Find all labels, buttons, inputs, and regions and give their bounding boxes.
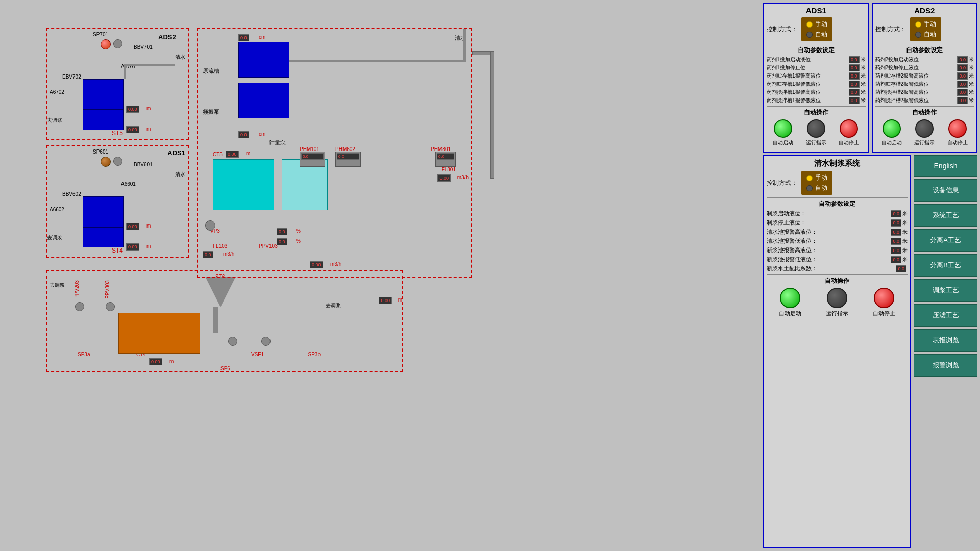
- ads2-param-2: 药剂贮存槽2报警高液位 0.0 米: [875, 72, 974, 80]
- ads1-auto-radio[interactable]: 自动: [806, 30, 827, 39]
- ads1-title: ADS1: [767, 6, 866, 15]
- btn-sep-a[interactable]: 分离A工艺: [914, 229, 977, 252]
- water-param-2-unit: 米: [902, 229, 908, 236]
- ebv601-label: BBV601: [134, 162, 153, 167]
- bottom-row: 清水制浆系统 控制方式： 手动 自动 自动参: [763, 155, 977, 548]
- bottom-level: 0.00: [379, 297, 392, 304]
- water-param-2-val: 0.0: [891, 229, 901, 236]
- st4-box: ST4 SP601 BBV601 清水 A6601 BBV602 A6602 0…: [46, 145, 189, 258]
- btn-equipment[interactable]: 设备信息: [914, 179, 977, 202]
- water-start-col: 自动启动: [779, 288, 801, 317]
- water-start-btn[interactable]: [780, 288, 800, 308]
- qu-tiao-jiang-2: 去调浆: [47, 234, 62, 241]
- ads2-start-label: 自动启动: [881, 139, 902, 146]
- water-mode-box[interactable]: 手动 自动: [801, 171, 832, 195]
- st5-level-2: 0.00: [126, 126, 139, 133]
- flow-m3-unit: m3/h: [330, 261, 341, 267]
- fl103-label: FL103: [213, 243, 227, 249]
- top-level-cm2: 0.0: [238, 131, 249, 138]
- yuan-liu-tank-1: [238, 42, 289, 78]
- pump-motor-1[interactable]: [75, 302, 84, 311]
- ads1-param-3-label: 药剂贮存槽1报警低液位: [767, 81, 821, 88]
- pump-motor-2[interactable]: [106, 302, 115, 311]
- water-start-label: 自动启动: [779, 310, 801, 317]
- water-param-4-label: 新浆池报警高液位：: [767, 246, 817, 254]
- water-auto-radio[interactable]: 自动: [806, 184, 827, 192]
- sp601-motor[interactable]: [101, 157, 111, 167]
- ads2-manual-dot: [915, 21, 921, 28]
- ads2-start-btn[interactable]: [883, 119, 901, 138]
- ads1-start-btn[interactable]: [774, 119, 792, 138]
- ads2-stop-label: 自动停止: [947, 139, 968, 146]
- water-param-2-label: 清水池报警高液位：: [767, 228, 817, 236]
- water-title: 清水制浆系统: [767, 159, 908, 168]
- sp6-label: SP6: [220, 366, 230, 371]
- sp701-motor[interactable]: [101, 39, 111, 49]
- btn-report[interactable]: 表报浏览: [914, 329, 977, 352]
- fl801-value: 0.00: [437, 174, 451, 182]
- ads1-param-0-unit: 米: [861, 56, 866, 63]
- st6-funnel: [205, 277, 236, 307]
- ads1-run-btn[interactable]: [807, 119, 825, 138]
- water-param-0: 制浆启动液位： 0.0 米: [767, 210, 908, 217]
- top-cm1: cm: [259, 34, 265, 40]
- btn-sep-b[interactable]: 分离B工艺: [914, 254, 977, 277]
- ads1-param-5-val: 0.0: [849, 97, 860, 104]
- btn-filter[interactable]: 压滤工艺: [914, 304, 977, 327]
- ads1-mode-box[interactable]: 手动 自动: [801, 17, 832, 41]
- flow-m3: 0.00: [310, 261, 323, 268]
- water-control-row: 控制方式： 手动 自动: [767, 171, 908, 195]
- ads1-param-4: 药剂搅拌槽1报警高液位 0.0 米: [767, 89, 866, 96]
- btn-slurry[interactable]: 调浆工艺: [914, 279, 977, 302]
- ads2-auto-dot: [915, 32, 921, 38]
- ads2-manual-label: 手动: [924, 20, 936, 29]
- ads1-param-4-unit: 米: [861, 89, 866, 96]
- pipe-top: [289, 60, 466, 62]
- ads1-param-2-label: 药剂贮存槽1报警高液位: [767, 72, 821, 80]
- ads1-stop-btn[interactable]: [840, 119, 858, 138]
- pipe-v-st5: [124, 64, 126, 79]
- ads2-params-title: 自动参数设定: [875, 44, 974, 55]
- water-param-4: 新浆池报警高液位： 0.0 米: [767, 246, 908, 254]
- ct5-tank-1: [213, 159, 274, 210]
- ads1-run-label: 运行指示: [806, 139, 826, 146]
- ads2-param-0: 药剂2投加启动液位 0.0 米: [875, 56, 974, 63]
- ads1-params-title: 自动参数设定: [767, 44, 866, 55]
- wp3-motor[interactable]: [205, 220, 215, 231]
- st4-tank-1: [83, 196, 124, 227]
- water-run-btn[interactable]: [827, 288, 847, 308]
- water-stop-btn[interactable]: [874, 288, 894, 308]
- ads1-manual-dot: [806, 21, 813, 28]
- right-column: ADS1 控制方式： 手动 自动: [761, 0, 980, 551]
- ads1-param-3-unit: 米: [861, 81, 866, 88]
- ads1-control-row: 控制方式： 手动 自动: [767, 17, 866, 41]
- water-param-1: 制浆停止液位： 0.0 米: [767, 219, 908, 227]
- ads1-manual-label: 手动: [815, 20, 827, 29]
- ads1-control-label: 控制方式：: [767, 25, 797, 34]
- ads1-param-3-val: 0.0: [849, 81, 860, 88]
- ads2-mode-box[interactable]: 手动 自动: [910, 17, 941, 41]
- water-manual-radio[interactable]: 手动: [806, 173, 827, 182]
- btn-alarm[interactable]: 报警浏览: [914, 354, 977, 377]
- ads2-param-2-val: 0.0: [957, 72, 968, 80]
- btn-english[interactable]: English: [914, 155, 977, 177]
- ads2-auto-radio[interactable]: 自动: [915, 30, 936, 39]
- ads1-start-col: 自动启动: [773, 119, 793, 146]
- pipe-h-st5: [124, 64, 175, 66]
- pump-motor-vsf1[interactable]: [261, 337, 271, 346]
- ads2-stop-btn[interactable]: [948, 119, 967, 138]
- side-buttons-column: English 设备信息 系统工艺 分离A工艺 分离B工艺 调浆工艺 压滤工艺 …: [914, 155, 977, 548]
- btn-system[interactable]: 系统工艺: [914, 204, 977, 227]
- ct4-value-box: 0.00: [149, 358, 162, 365]
- pipe-right-v: [463, 29, 466, 62]
- water-param-5-label: 新浆池报警低液位：: [767, 256, 817, 263]
- ads1-manual-radio[interactable]: 手动: [806, 20, 827, 29]
- ads2-run-btn[interactable]: [915, 119, 934, 138]
- bottom-box: SP3a CT4 0.00 m SP3b 去调浆 去调浆 PPV203 PPV3…: [46, 270, 403, 372]
- water-run-col: 运行指示: [826, 288, 848, 317]
- water-manual-label: 手动: [815, 173, 827, 182]
- water-param-2: 清水池报警高液位： 0.0 米: [767, 228, 908, 236]
- water-param-3-val: 0.0: [891, 238, 901, 245]
- ads2-manual-radio[interactable]: 手动: [915, 20, 936, 29]
- pump-motor-sp6[interactable]: [228, 337, 237, 346]
